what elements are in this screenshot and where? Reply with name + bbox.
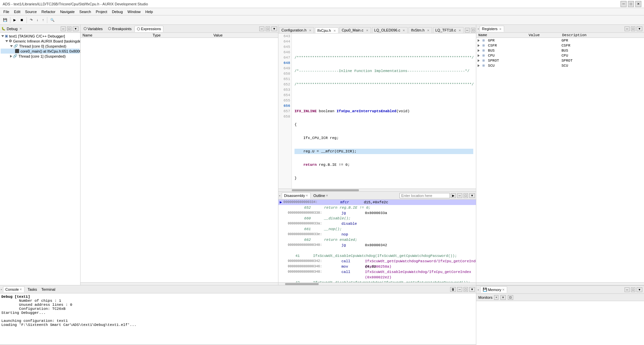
- console-view-menu-btn[interactable]: ▼: [469, 287, 475, 292]
- tab-ifxcpu-h[interactable]: IfxCpu.h ✕: [315, 27, 338, 33]
- close-ifxstm-tab[interactable]: ✕: [427, 29, 430, 32]
- editor-minimize-btn[interactable]: ─: [465, 28, 470, 32]
- tab-lq-oled[interactable]: LQ_OLED096.c ✕: [372, 27, 408, 33]
- tree-item-text1[interactable]: ▣ text1 [TASKING C/C++ Debugger]: [1, 33, 79, 39]
- reg-row-sprot[interactable]: ⊞ SPROT SPROT: [476, 58, 644, 63]
- disasm-hscroll[interactable]: [278, 282, 476, 285]
- tree-item-thread0[interactable]: 🔗 Thread [core 0] (Suspended): [1, 44, 79, 49]
- vars-view-menu-btn[interactable]: ▼: [271, 26, 277, 31]
- menu-item-window[interactable]: Window: [125, 9, 143, 14]
- memory-minimize-btn[interactable]: ─: [625, 287, 629, 292]
- menu-item-debug[interactable]: Debug: [110, 9, 125, 14]
- tab-ifxstm-h[interactable]: IfxStm.h ✕: [409, 27, 432, 33]
- close-cpu0-tab[interactable]: ✕: [366, 29, 369, 32]
- tab-expressions[interactable]: ⬡ Expressions: [135, 26, 163, 32]
- tab-lq-tft18[interactable]: LQ_TFT18.c ✕: [433, 27, 464, 33]
- menu-item-navigate[interactable]: Navigate: [58, 9, 76, 14]
- close-configuration-tab[interactable]: ✕: [309, 29, 312, 32]
- tab-memory[interactable]: 💾 Memory ✕: [480, 286, 507, 293]
- disasm-ops-7: d4,d2: [365, 264, 376, 269]
- vars-maximize-btn[interactable]: □: [266, 26, 270, 31]
- toolbar-icon-stop[interactable]: ⏹: [18, 17, 25, 23]
- console-maximize-btn[interactable]: □: [464, 287, 468, 292]
- reg-row-bus[interactable]: ⊞ BUS BUS: [476, 48, 644, 53]
- disasm-line-3: 000000008000033a: disable: [278, 221, 476, 226]
- tab-registers[interactable]: Registers ✕: [480, 26, 504, 32]
- tab-variables[interactable]: ⬡ Variables: [81, 25, 105, 32]
- monitors-clear-btn[interactable]: ⊡: [508, 295, 513, 300]
- disasm-view-menu-btn[interactable]: ▼: [469, 193, 475, 198]
- menu-item-project[interactable]: Project: [94, 9, 109, 14]
- tab-cpu0-main-c[interactable]: Cpu0_Main.c ✕: [339, 27, 371, 33]
- vars-hscroll[interactable]: [80, 282, 278, 285]
- debug-tree[interactable]: ▣ text1 [TASKING C/C++ Debugger] ⚙ Gener…: [0, 33, 80, 285]
- tree-item-board[interactable]: ⚙ Generic Infineon AURIX Board [taskingd…: [1, 39, 79, 44]
- memory-maximize-btn[interactable]: □: [631, 287, 635, 292]
- menu-item-edit[interactable]: Edit: [12, 9, 22, 14]
- debug-view-menu-btn[interactable]: ▼: [73, 26, 78, 31]
- disasm-mnem-1: mfcr: [340, 200, 364, 205]
- editor-content[interactable]: 643 644 645 646 647 648 649 650 651 652 …: [278, 33, 476, 189]
- editor-hscroll[interactable]: [278, 189, 476, 191]
- toolbar-icon-debug[interactable]: ▶: [12, 17, 18, 23]
- menu-item-search[interactable]: Search: [77, 9, 93, 14]
- debug-tab-label[interactable]: Debug: [7, 27, 17, 31]
- menu-item-source[interactable]: Source: [23, 9, 39, 14]
- close-lqtft-tab[interactable]: ✕: [459, 29, 461, 32]
- maximize-button[interactable]: □: [628, 1, 634, 7]
- toolbar-icon-step-over[interactable]: ↷: [28, 17, 34, 23]
- tree-item-frame[interactable]: ⬛ core0_main() at IfxCpu.h:651 0x8000033…: [1, 49, 79, 54]
- disasm-ops-5: 0x80000342: [365, 243, 387, 248]
- monitors-add-btn[interactable]: +: [494, 295, 498, 300]
- reg-row-gpr[interactable]: ⊞ GPR GPR: [476, 38, 644, 43]
- tab-configuration-h[interactable]: Configuration.h ✕: [279, 27, 314, 33]
- disasm-minimize-btn[interactable]: ─: [457, 193, 462, 198]
- reg-row-scu[interactable]: ⊞ SCU SCU: [476, 63, 644, 68]
- line-numbers: 643 644 645 646 647 648 649 650 651 652 …: [278, 33, 292, 189]
- tree-item-thread1[interactable]: 🔗 Thread [core 1] (Suspended): [1, 54, 79, 59]
- debug-maximize-btn[interactable]: □: [67, 26, 71, 31]
- close-button[interactable]: ✕: [635, 1, 641, 7]
- menu-item-refactor[interactable]: Refactor: [40, 9, 58, 14]
- tree-label-text1: text1 [TASKING C/C++ Debugger]: [9, 34, 65, 38]
- regs-hscroll[interactable]: [476, 282, 644, 285]
- tree-icon-frame: ⬛: [15, 49, 19, 53]
- disasm-go-btn[interactable]: ▶: [451, 193, 456, 198]
- code-area[interactable]: /***************************************…: [292, 33, 476, 189]
- editor-maximize-btn[interactable]: □: [471, 28, 475, 32]
- debug-tab-close[interactable]: ✕: [19, 27, 22, 30]
- tab-terminal[interactable]: Terminal: [39, 287, 57, 292]
- tab-console[interactable]: Console ✕: [3, 286, 24, 292]
- location-input[interactable]: [399, 193, 450, 198]
- tab-outline[interactable]: Outline ✕: [311, 193, 330, 198]
- memory-view-menu-btn[interactable]: ▼: [637, 287, 642, 292]
- regs-view-menu-btn[interactable]: ▼: [637, 26, 642, 31]
- disasm-content[interactable]: ▶ 0000000080000334: mfcr d15,#0xfe2c 652…: [278, 200, 476, 282]
- console-clear-btn[interactable]: 🗑: [450, 287, 456, 292]
- reg-row-cpu[interactable]: ⊞ CPU CPU: [476, 53, 644, 58]
- menu-item-help[interactable]: Help: [143, 9, 155, 14]
- close-ifxcpu-tab[interactable]: ✕: [333, 29, 336, 32]
- reg-row-csfr[interactable]: ⊞ CSFR CSFR: [476, 43, 644, 48]
- toolbar-icon-save[interactable]: 💾: [1, 17, 9, 23]
- close-lqoled-tab[interactable]: ✕: [402, 29, 405, 32]
- toolbar-icon-step-into[interactable]: ↓: [35, 17, 40, 23]
- console-tab-bar: • Console ✕ Tasks Terminal 🗑 ─ □ ▼: [0, 285, 476, 293]
- console-minimize-btn[interactable]: ─: [457, 287, 462, 292]
- regs-minimize-btn[interactable]: ─: [625, 26, 629, 31]
- disasm-comment-662: 662 return enabled;: [278, 237, 476, 243]
- disasm-maximize-btn[interactable]: □: [464, 193, 468, 198]
- vars-minimize-btn[interactable]: ─: [259, 26, 264, 31]
- debug-minimize-btn[interactable]: ─: [61, 26, 65, 31]
- console-content[interactable]: Debug [text1] Number of chips : 1 Unused…: [0, 293, 476, 344]
- memory-content[interactable]: [476, 301, 644, 345]
- tab-disassembly[interactable]: Disassembly ✕: [282, 193, 311, 199]
- tab-breakpoints[interactable]: ⬡ Breakpoints: [106, 25, 134, 32]
- minimize-button[interactable]: ─: [621, 1, 627, 7]
- regs-maximize-btn[interactable]: □: [631, 26, 635, 31]
- toolbar-icon-step-out[interactable]: ↑: [41, 17, 46, 23]
- menu-item-file[interactable]: File: [1, 9, 11, 14]
- monitors-remove-btn[interactable]: ✕: [500, 295, 506, 300]
- tab-tasks[interactable]: Tasks: [25, 287, 39, 292]
- toolbar-icon-search[interactable]: 🔍: [49, 17, 56, 23]
